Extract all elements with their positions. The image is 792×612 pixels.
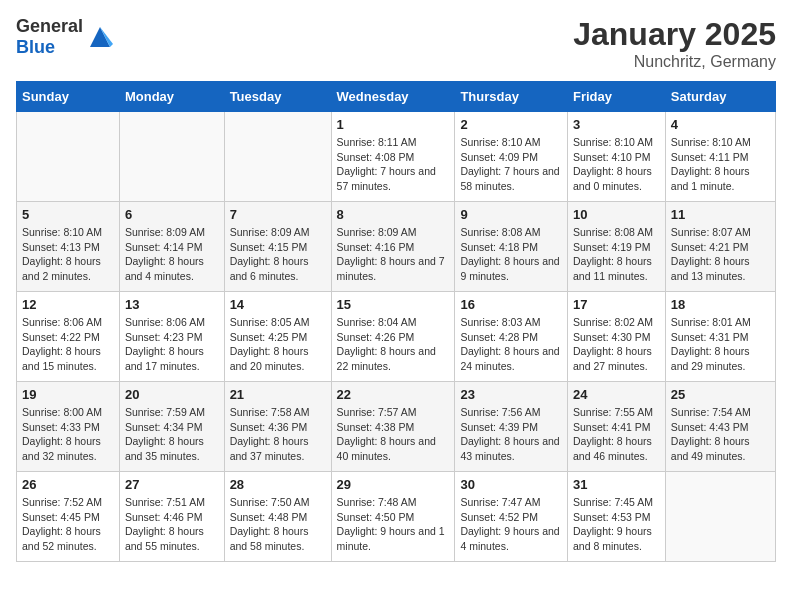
day-info: Sunrise: 7:55 AM Sunset: 4:41 PM Dayligh… <box>573 405 660 464</box>
day-number: 16 <box>460 297 562 312</box>
logo-icon <box>85 22 115 52</box>
weekday-header-wednesday: Wednesday <box>331 82 455 112</box>
calendar-cell: 28Sunrise: 7:50 AM Sunset: 4:48 PM Dayli… <box>224 472 331 562</box>
calendar-cell <box>119 112 224 202</box>
weekday-header-saturday: Saturday <box>665 82 775 112</box>
calendar-cell <box>224 112 331 202</box>
day-number: 3 <box>573 117 660 132</box>
day-info: Sunrise: 7:45 AM Sunset: 4:53 PM Dayligh… <box>573 495 660 554</box>
calendar-cell: 15Sunrise: 8:04 AM Sunset: 4:26 PM Dayli… <box>331 292 455 382</box>
day-number: 2 <box>460 117 562 132</box>
calendar-cell: 20Sunrise: 7:59 AM Sunset: 4:34 PM Dayli… <box>119 382 224 472</box>
calendar-cell: 2Sunrise: 8:10 AM Sunset: 4:09 PM Daylig… <box>455 112 568 202</box>
day-info: Sunrise: 8:06 AM Sunset: 4:22 PM Dayligh… <box>22 315 114 374</box>
day-number: 30 <box>460 477 562 492</box>
calendar-cell: 9Sunrise: 8:08 AM Sunset: 4:18 PM Daylig… <box>455 202 568 292</box>
day-info: Sunrise: 7:56 AM Sunset: 4:39 PM Dayligh… <box>460 405 562 464</box>
day-info: Sunrise: 7:59 AM Sunset: 4:34 PM Dayligh… <box>125 405 219 464</box>
day-info: Sunrise: 7:48 AM Sunset: 4:50 PM Dayligh… <box>337 495 450 554</box>
calendar-cell: 7Sunrise: 8:09 AM Sunset: 4:15 PM Daylig… <box>224 202 331 292</box>
day-info: Sunrise: 8:04 AM Sunset: 4:26 PM Dayligh… <box>337 315 450 374</box>
day-info: Sunrise: 8:09 AM Sunset: 4:16 PM Dayligh… <box>337 225 450 284</box>
day-info: Sunrise: 8:11 AM Sunset: 4:08 PM Dayligh… <box>337 135 450 194</box>
calendar-week-row: 1Sunrise: 8:11 AM Sunset: 4:08 PM Daylig… <box>17 112 776 202</box>
day-info: Sunrise: 7:50 AM Sunset: 4:48 PM Dayligh… <box>230 495 326 554</box>
day-info: Sunrise: 8:08 AM Sunset: 4:18 PM Dayligh… <box>460 225 562 284</box>
logo-general: General <box>16 16 83 36</box>
day-info: Sunrise: 7:52 AM Sunset: 4:45 PM Dayligh… <box>22 495 114 554</box>
day-number: 8 <box>337 207 450 222</box>
day-number: 23 <box>460 387 562 402</box>
day-info: Sunrise: 8:01 AM Sunset: 4:31 PM Dayligh… <box>671 315 770 374</box>
weekday-header-row: SundayMondayTuesdayWednesdayThursdayFrid… <box>17 82 776 112</box>
calendar-cell: 5Sunrise: 8:10 AM Sunset: 4:13 PM Daylig… <box>17 202 120 292</box>
calendar-cell: 12Sunrise: 8:06 AM Sunset: 4:22 PM Dayli… <box>17 292 120 382</box>
day-info: Sunrise: 7:51 AM Sunset: 4:46 PM Dayligh… <box>125 495 219 554</box>
calendar-cell: 19Sunrise: 8:00 AM Sunset: 4:33 PM Dayli… <box>17 382 120 472</box>
day-info: Sunrise: 7:54 AM Sunset: 4:43 PM Dayligh… <box>671 405 770 464</box>
weekday-header-thursday: Thursday <box>455 82 568 112</box>
calendar-cell: 18Sunrise: 8:01 AM Sunset: 4:31 PM Dayli… <box>665 292 775 382</box>
day-info: Sunrise: 8:06 AM Sunset: 4:23 PM Dayligh… <box>125 315 219 374</box>
calendar-cell: 14Sunrise: 8:05 AM Sunset: 4:25 PM Dayli… <box>224 292 331 382</box>
calendar-cell <box>665 472 775 562</box>
day-number: 11 <box>671 207 770 222</box>
calendar-week-row: 26Sunrise: 7:52 AM Sunset: 4:45 PM Dayli… <box>17 472 776 562</box>
day-info: Sunrise: 8:09 AM Sunset: 4:14 PM Dayligh… <box>125 225 219 284</box>
calendar-cell: 21Sunrise: 7:58 AM Sunset: 4:36 PM Dayli… <box>224 382 331 472</box>
calendar-cell: 30Sunrise: 7:47 AM Sunset: 4:52 PM Dayli… <box>455 472 568 562</box>
weekday-header-tuesday: Tuesday <box>224 82 331 112</box>
calendar-cell: 26Sunrise: 7:52 AM Sunset: 4:45 PM Dayli… <box>17 472 120 562</box>
calendar-cell: 23Sunrise: 7:56 AM Sunset: 4:39 PM Dayli… <box>455 382 568 472</box>
calendar-cell: 3Sunrise: 8:10 AM Sunset: 4:10 PM Daylig… <box>567 112 665 202</box>
day-number: 7 <box>230 207 326 222</box>
day-number: 22 <box>337 387 450 402</box>
day-info: Sunrise: 8:05 AM Sunset: 4:25 PM Dayligh… <box>230 315 326 374</box>
calendar-cell: 27Sunrise: 7:51 AM Sunset: 4:46 PM Dayli… <box>119 472 224 562</box>
day-info: Sunrise: 8:09 AM Sunset: 4:15 PM Dayligh… <box>230 225 326 284</box>
calendar-week-row: 19Sunrise: 8:00 AM Sunset: 4:33 PM Dayli… <box>17 382 776 472</box>
day-number: 19 <box>22 387 114 402</box>
day-number: 5 <box>22 207 114 222</box>
day-info: Sunrise: 8:08 AM Sunset: 4:19 PM Dayligh… <box>573 225 660 284</box>
weekday-header-monday: Monday <box>119 82 224 112</box>
calendar-cell: 25Sunrise: 7:54 AM Sunset: 4:43 PM Dayli… <box>665 382 775 472</box>
calendar-cell: 4Sunrise: 8:10 AM Sunset: 4:11 PM Daylig… <box>665 112 775 202</box>
calendar-cell: 22Sunrise: 7:57 AM Sunset: 4:38 PM Dayli… <box>331 382 455 472</box>
day-number: 28 <box>230 477 326 492</box>
logo: General Blue <box>16 16 115 58</box>
day-number: 29 <box>337 477 450 492</box>
day-number: 6 <box>125 207 219 222</box>
calendar-cell: 10Sunrise: 8:08 AM Sunset: 4:19 PM Dayli… <box>567 202 665 292</box>
logo-blue: Blue <box>16 37 55 57</box>
month-title: January 2025 <box>573 16 776 53</box>
day-number: 31 <box>573 477 660 492</box>
calendar-week-row: 12Sunrise: 8:06 AM Sunset: 4:22 PM Dayli… <box>17 292 776 382</box>
calendar-cell: 11Sunrise: 8:07 AM Sunset: 4:21 PM Dayli… <box>665 202 775 292</box>
day-number: 27 <box>125 477 219 492</box>
calendar-cell: 13Sunrise: 8:06 AM Sunset: 4:23 PM Dayli… <box>119 292 224 382</box>
day-number: 17 <box>573 297 660 312</box>
day-number: 25 <box>671 387 770 402</box>
day-number: 14 <box>230 297 326 312</box>
day-info: Sunrise: 8:10 AM Sunset: 4:13 PM Dayligh… <box>22 225 114 284</box>
calendar-cell: 29Sunrise: 7:48 AM Sunset: 4:50 PM Dayli… <box>331 472 455 562</box>
calendar-cell: 6Sunrise: 8:09 AM Sunset: 4:14 PM Daylig… <box>119 202 224 292</box>
day-number: 20 <box>125 387 219 402</box>
calendar-table: SundayMondayTuesdayWednesdayThursdayFrid… <box>16 81 776 562</box>
day-info: Sunrise: 8:03 AM Sunset: 4:28 PM Dayligh… <box>460 315 562 374</box>
day-number: 1 <box>337 117 450 132</box>
day-number: 10 <box>573 207 660 222</box>
location-title: Nunchritz, Germany <box>573 53 776 71</box>
calendar-cell: 17Sunrise: 8:02 AM Sunset: 4:30 PM Dayli… <box>567 292 665 382</box>
weekday-header-sunday: Sunday <box>17 82 120 112</box>
day-info: Sunrise: 8:07 AM Sunset: 4:21 PM Dayligh… <box>671 225 770 284</box>
calendar-cell: 31Sunrise: 7:45 AM Sunset: 4:53 PM Dayli… <box>567 472 665 562</box>
day-info: Sunrise: 7:47 AM Sunset: 4:52 PM Dayligh… <box>460 495 562 554</box>
day-number: 4 <box>671 117 770 132</box>
day-info: Sunrise: 8:00 AM Sunset: 4:33 PM Dayligh… <box>22 405 114 464</box>
title-area: January 2025 Nunchritz, Germany <box>573 16 776 71</box>
day-number: 15 <box>337 297 450 312</box>
day-number: 21 <box>230 387 326 402</box>
calendar-week-row: 5Sunrise: 8:10 AM Sunset: 4:13 PM Daylig… <box>17 202 776 292</box>
